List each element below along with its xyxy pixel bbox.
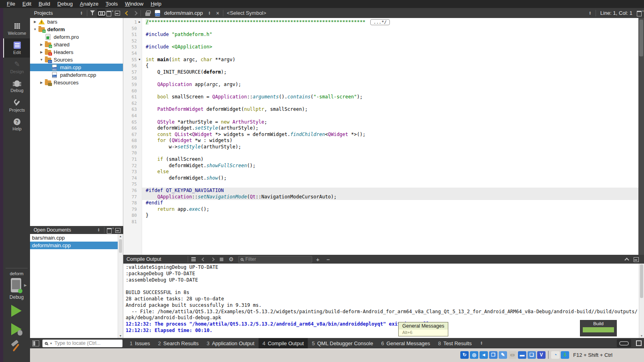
- code-line-79[interactable]: 79 return app.exec();: [123, 206, 638, 213]
- code-line-75[interactable]: 75: [123, 181, 638, 188]
- maximize-pane-icon[interactable]: [624, 258, 629, 262]
- code-line-69[interactable]: 69 w->setStyle(arthurStyle);: [123, 144, 638, 150]
- document-dropdown-icon[interactable]: [205, 9, 214, 17]
- open-documents-scrollbar[interactable]: ▲ ▼: [118, 234, 123, 338]
- output-tab-test-results[interactable]: 8Test Results: [434, 338, 476, 348]
- code-line-52[interactable]: 52: [123, 38, 638, 44]
- code-line-59[interactable]: 59 QApplication app(argc, argv);: [123, 82, 638, 88]
- code-line-71[interactable]: 71 if (smallScreen): [123, 156, 638, 163]
- open-documents-title[interactable]: Open Documents: [34, 227, 94, 233]
- build-hammer-button[interactable]: [10, 341, 22, 353]
- output-filter-input[interactable]: Filter: [238, 256, 312, 263]
- tree-item-shared[interactable]: ▶shared: [30, 41, 123, 48]
- code-line-73[interactable]: 73 else: [123, 169, 638, 175]
- output-scrollbar[interactable]: ▼: [639, 264, 644, 338]
- menu-debug[interactable]: Debug: [54, 0, 76, 8]
- mode-item-projects[interactable]: Projects: [3, 96, 30, 115]
- code-line-56[interactable]: 56{: [123, 63, 638, 69]
- mode-item-welcome[interactable]: Welcome: [3, 19, 30, 38]
- output-tab-application-output[interactable]: 3Application Output: [203, 338, 258, 348]
- expander-icon[interactable]: ▶: [39, 43, 44, 46]
- code-line-68[interactable]: 68 for (QWidget *w : widgets): [123, 138, 638, 144]
- next-item-icon[interactable]: [211, 257, 215, 261]
- toggle-left-sidebar-icon[interactable]: [32, 340, 39, 346]
- code-line-80[interactable]: 80}: [123, 212, 638, 219]
- code-line-60[interactable]: 60: [123, 88, 638, 94]
- tree-item-bars[interactable]: ▶bars: [30, 18, 123, 26]
- code-line-70[interactable]: 70: [123, 150, 638, 156]
- split-editor-icon[interactable]: [636, 9, 644, 17]
- code-line-78[interactable]: 78#endif: [123, 200, 638, 206]
- scroll-down-icon[interactable]: ▼: [118, 334, 123, 337]
- run-button[interactable]: [11, 305, 22, 317]
- tree-item-main.cpp[interactable]: main.cpp: [30, 64, 123, 71]
- open-documents-split-icon[interactable]: [106, 226, 114, 234]
- expander-icon[interactable]: ▶: [32, 20, 38, 24]
- pane-updown-icon[interactable]: [477, 339, 486, 348]
- previous-item-icon[interactable]: [202, 257, 206, 261]
- code-line-62[interactable]: 62: [123, 100, 638, 107]
- code-line-67[interactable]: 67 const QList<QWidget *> widgets = defo…: [123, 132, 638, 138]
- cancel-build-icon[interactable]: [218, 255, 226, 264]
- filter-tree-icon[interactable]: [88, 9, 97, 17]
- menu-edit[interactable]: Edit: [19, 0, 35, 8]
- tree-item-Headers[interactable]: ▶Headers: [30, 48, 123, 56]
- folder-icon[interactable]: ▭: [508, 351, 517, 359]
- code-line-54[interactable]: 54: [123, 50, 638, 57]
- word-wrap-icon[interactable]: [190, 255, 199, 264]
- code-line-57[interactable]: 57 Q_INIT_RESOURCE(deform);: [123, 69, 638, 76]
- code-line-74[interactable]: 74 deformWidget.show();: [123, 175, 638, 182]
- output-tab-qml-debugger-console[interactable]: 5QML Debugger Console: [308, 338, 377, 348]
- open-document-selector[interactable]: deform/main.cpp: [164, 10, 203, 16]
- close-pane-icon[interactable]: [632, 255, 641, 264]
- panel-select-updown-icon[interactable]: [77, 9, 86, 17]
- open-document-item[interactable]: deform/main.cpp: [30, 242, 123, 249]
- speaker-icon[interactable]: ◄: [479, 351, 488, 359]
- output-tab-general-messages[interactable]: 6General Messages: [377, 338, 434, 348]
- share-folder-icon[interactable]: ❏: [528, 351, 536, 359]
- tree-item-deform[interactable]: ▼deform: [30, 26, 123, 33]
- monitor-icon[interactable]: ▬: [518, 351, 526, 359]
- close-document-icon[interactable]: ×: [214, 10, 222, 16]
- locator-input[interactable]: ▼ Type to locate (Ctrl...: [42, 340, 122, 347]
- expander-icon[interactable]: ▼: [32, 28, 38, 31]
- menu-window[interactable]: Window: [121, 0, 147, 8]
- code-line-72[interactable]: 72 deformWidget.showFullScreen();: [123, 163, 638, 169]
- start-debugging-button[interactable]: [11, 323, 22, 335]
- output-tab-compile-output[interactable]: 4Compile Output: [259, 338, 308, 348]
- locator-dropdown-icon[interactable]: ▼: [50, 342, 52, 345]
- expander-icon[interactable]: ▶: [39, 50, 44, 54]
- toggle-right-panel-icon[interactable]: [636, 340, 642, 346]
- folded-comment-box[interactable]: ...*/: [370, 19, 390, 25]
- mode-item-help[interactable]: Help: [3, 115, 30, 134]
- code-line-77[interactable]: 77 QApplication::setNavigationMode(Qt::N…: [123, 194, 638, 200]
- disc-icon[interactable]: ◎: [470, 351, 478, 359]
- close-panel-icon[interactable]: [114, 9, 122, 17]
- tree-item-Resources[interactable]: ▶Resources: [30, 79, 123, 86]
- code-line-61[interactable]: 61 bool smallScreen = QApplication::argu…: [123, 94, 638, 100]
- menu-help[interactable]: Help: [147, 0, 165, 8]
- chart-icon[interactable]: ◔: [551, 351, 560, 359]
- scroll-thumb[interactable]: [640, 264, 643, 298]
- symbol-updown-icon[interactable]: [586, 9, 594, 17]
- virtualbox-icon[interactable]: V: [537, 351, 546, 359]
- output-tab-search-results[interactable]: 2Search Results: [154, 338, 203, 348]
- windows-icon[interactable]: ❒: [489, 351, 498, 359]
- code-line-66[interactable]: 66 deformWidget.setStyle(arthurStyle);: [123, 125, 638, 132]
- tree-item-deform.pro[interactable]: deform.pro: [30, 33, 123, 41]
- code-line-58[interactable]: 58: [123, 75, 638, 82]
- open-documents-updown-icon[interactable]: [94, 226, 103, 234]
- menu-tools[interactable]: Tools: [102, 0, 121, 8]
- progress-details-button[interactable]: [617, 339, 631, 347]
- code-line-64[interactable]: 64: [123, 113, 638, 119]
- code-line-63[interactable]: 63 PathDeformWidget deformWidget(nullptr…: [123, 106, 638, 113]
- scroll-down-icon[interactable]: ▼: [639, 334, 644, 337]
- vnc-viewer-icon[interactable]: ↻: [460, 351, 469, 359]
- fold-marker-icon[interactable]: ▼: [137, 57, 142, 63]
- kit-selector-android-icon[interactable]: [11, 278, 21, 292]
- output-settings-icon[interactable]: [227, 255, 235, 264]
- code-line-51[interactable]: 51#include "pathdeform.h": [123, 32, 638, 38]
- symbol-selector[interactable]: <Select Symbol>: [227, 10, 266, 16]
- kit-popup-arrow-icon[interactable]: ▶: [24, 283, 27, 287]
- code-line-81[interactable]: 81: [123, 219, 638, 225]
